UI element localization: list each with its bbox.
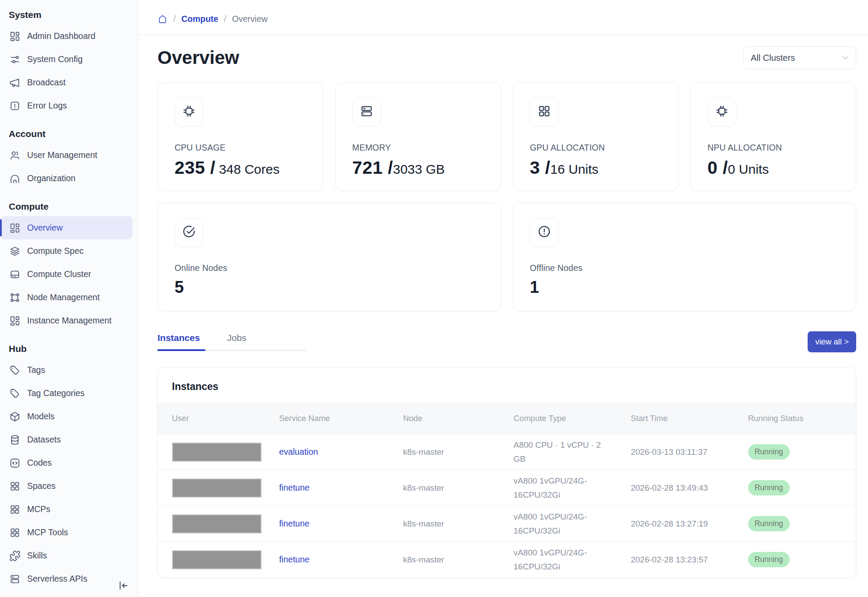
npu-chip-icon xyxy=(715,104,729,120)
sidebar-item[interactable]: Skills xyxy=(0,544,138,567)
stat-card: CPU USAGE 235 / 348 Cores xyxy=(158,82,323,191)
table-body: evaluation k8s-master A800 CPU · 1 vCPU … xyxy=(158,434,856,577)
alert-circle-icon xyxy=(537,225,551,240)
check-circle-icon xyxy=(182,225,196,240)
cluster-filter-value: All Clusters xyxy=(751,53,795,63)
node-card-icon-box xyxy=(175,218,203,247)
sidebar-item[interactable]: Admin Dashboard xyxy=(0,25,138,48)
redacted-user-block xyxy=(172,550,262,569)
megaphone-icon xyxy=(9,77,21,88)
gpu-grid-icon xyxy=(537,104,551,120)
compute-type-cell: vA800 1vGPU/24G-16CPU/32Gi xyxy=(514,474,631,502)
table-column-header: Node xyxy=(403,414,514,423)
alert-square-icon xyxy=(9,100,21,112)
sidebar-section-account: Account User Management Organization xyxy=(0,125,138,190)
tabs-row: Instances Jobs view all > xyxy=(158,331,856,352)
sidebar-item-label: Models xyxy=(27,411,55,421)
sidebar-item[interactable]: Instance Management xyxy=(0,309,138,332)
sliders-icon xyxy=(9,54,21,65)
stat-card-label: CPU USAGE xyxy=(175,143,306,153)
sidebar-item[interactable]: Organization xyxy=(0,167,138,190)
sidebar-item[interactable]: Codes xyxy=(0,451,138,474)
sidebar: System Admin Dashboard System Config xyxy=(0,0,138,597)
sidebar-item[interactable]: Compute Cluster xyxy=(0,263,138,286)
start-time-cell: 2026-03-13 03:11:37 xyxy=(631,445,748,459)
status-cell: Running xyxy=(748,516,842,531)
stat-card-label: NPU ALLOCATION xyxy=(707,143,839,153)
table-row: finetune k8s-master vA800 1vGPU/24G-16CP… xyxy=(158,506,856,541)
sidebar-item[interactable]: User Management xyxy=(0,144,138,167)
breadcrumb-current: Overview xyxy=(232,14,267,24)
sidebar-item-label: Serverless APIs xyxy=(27,574,88,584)
tab[interactable]: Instances xyxy=(158,333,205,351)
compute-type-cell: vA800 1vGPU/24G-16CPU/32Gi xyxy=(514,510,631,537)
stat-card-value-total: 348 Cores xyxy=(215,162,280,176)
sidebar-item[interactable]: Datasets xyxy=(0,428,138,451)
sidebar-item[interactable]: Overview xyxy=(0,216,133,239)
sidebar-section-items: User Management Organization xyxy=(0,144,138,190)
sidebar-item[interactable]: Models xyxy=(0,405,138,428)
service-name-link[interactable]: finetune xyxy=(279,483,403,493)
cluster-filter-select[interactable]: All Clusters xyxy=(743,46,856,69)
sidebar-item[interactable]: Broadcast xyxy=(0,71,138,94)
sidebar-section-title: Hub xyxy=(0,340,138,358)
sidebar-item[interactable]: Tags xyxy=(0,358,138,382)
sidebar-item-label: Compute Cluster xyxy=(27,269,91,279)
tag-icon xyxy=(9,388,21,399)
service-name-link[interactable]: finetune xyxy=(279,555,403,565)
breadcrumb-link-compute[interactable]: Compute xyxy=(181,14,218,24)
server-icon xyxy=(9,573,21,585)
stat-card-label: GPU ALLOCATION xyxy=(530,143,662,153)
hard-drive-icon xyxy=(9,269,21,280)
node-card-value: 1 xyxy=(530,278,839,297)
tab[interactable]: Jobs xyxy=(227,333,252,351)
node-card: Offline Nodes 1 xyxy=(513,203,856,311)
sidebar-item-label: Organization xyxy=(27,173,76,183)
table-column-header: Start Time xyxy=(631,414,748,423)
page-body: Overview All Clusters CPU USAGE 235 / 34… xyxy=(138,46,868,578)
app-root: System Admin Dashboard System Config xyxy=(0,0,868,597)
status-cell: Running xyxy=(748,480,842,495)
table-header-row: User Service Name Node Compute Type Star… xyxy=(158,403,856,434)
sidebar-item[interactable]: Node Management xyxy=(0,286,138,309)
table-column-header: Compute Type xyxy=(514,414,631,423)
user-cell xyxy=(172,478,279,498)
sidebar-item-label: Spaces xyxy=(27,481,56,491)
sidebar-item[interactable]: Error Logs xyxy=(0,94,138,117)
page-title: Overview xyxy=(158,47,239,68)
sidebar-item[interactable]: MCP Tools xyxy=(0,521,138,544)
sidebar-item[interactable]: Spaces xyxy=(0,474,138,498)
collapse-icon[interactable] xyxy=(117,579,129,592)
stat-card-icon-box xyxy=(352,98,381,126)
service-name-link[interactable]: evaluation xyxy=(279,447,403,457)
layout-dashboard-icon xyxy=(9,315,21,327)
table-column-header: Running Status xyxy=(748,414,842,423)
sidebar-item-label: System Config xyxy=(27,54,83,64)
status-cell: Running xyxy=(748,444,842,460)
table-row: finetune k8s-master vA800 1vGPU/24G-16CP… xyxy=(158,541,856,577)
status-badge: Running xyxy=(748,552,790,567)
redacted-user-block xyxy=(172,442,262,462)
status-badge: Running xyxy=(748,516,790,531)
status-badge: Running xyxy=(748,444,790,460)
stat-card-icon-box xyxy=(707,98,736,126)
sidebar-item-label: Datasets xyxy=(27,435,61,445)
puzzle-icon xyxy=(9,550,21,562)
redacted-user-block xyxy=(172,514,262,534)
stat-card-value: 235 / 348 Cores xyxy=(175,158,306,178)
stat-card-value-total: 16 Units xyxy=(550,162,598,176)
stat-card: GPU ALLOCATION 3 /16 Units xyxy=(513,82,679,191)
sidebar-item[interactable]: Tag Categories xyxy=(0,382,138,405)
sidebar-item[interactable]: System Config xyxy=(0,48,138,71)
service-name-link[interactable]: finetune xyxy=(279,519,403,529)
stat-card-value: 0 /0 Units xyxy=(707,158,839,178)
table-column-header: Service Name xyxy=(279,414,403,423)
grid-icon xyxy=(9,504,21,515)
database-icon xyxy=(9,434,21,446)
node-cell: k8s-master xyxy=(403,553,514,566)
view-all-button[interactable]: view all > xyxy=(808,331,856,352)
sidebar-item[interactable]: MCPs xyxy=(0,498,138,521)
sidebar-item[interactable]: Compute Spec xyxy=(0,239,138,263)
home-icon[interactable] xyxy=(158,14,168,24)
stat-card-value-used: 0 / xyxy=(707,158,728,178)
